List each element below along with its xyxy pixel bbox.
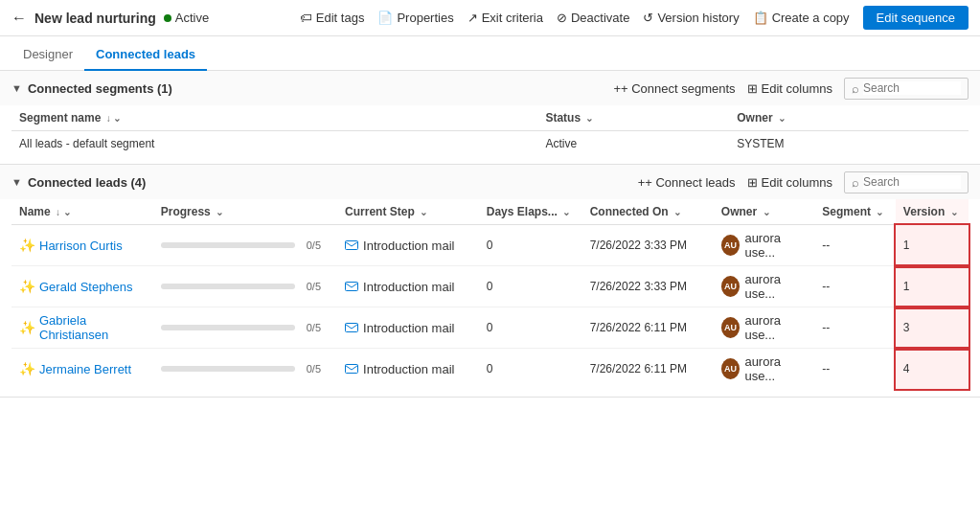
create-copy-action[interactable]: 📋 Create a copy (753, 11, 850, 25)
segments-collapse-toggle[interactable]: ▼ Connected segments (1) (11, 81, 172, 96)
leads-table-container: Name ↓ ⌄ Progress ⌄ Current Step ⌄ Days … (0, 199, 980, 397)
current-step-text: Introduction mail (363, 321, 454, 335)
leads-section-title: Connected leads (4) (28, 175, 147, 190)
deactivate-action[interactable]: ⊘ Deactivate (557, 11, 629, 25)
tab-connected-leads[interactable]: Connected leads (84, 39, 207, 71)
copy-icon: 📋 (753, 11, 768, 25)
segment-owner-cell: SYSTEM (729, 131, 969, 157)
segments-section-header: ▼ Connected segments (1) + + Connect seg… (0, 71, 980, 105)
leads-header-row: Name ↓ ⌄ Progress ⌄ Current Step ⌄ Days … (11, 199, 969, 225)
current-step-cell: Introduction mail (337, 225, 479, 266)
connected-on-cell: 7/26/2022 3:33 PM (582, 225, 714, 266)
connect-leads-button[interactable]: + + Connect leads (638, 175, 736, 190)
back-button[interactable]: ← (11, 10, 27, 27)
leads-edit-columns-button[interactable]: ⊞ Edit columns (747, 175, 832, 190)
status-sort-icon[interactable]: ⌄ (585, 113, 593, 124)
exit-criteria-action[interactable]: ↗ Exit criteria (467, 11, 543, 25)
leads-table: Name ↓ ⌄ Progress ⌄ Current Step ⌄ Days … (11, 199, 969, 389)
progress-cell: 0/5 (153, 349, 337, 390)
owner-text: aurora use... (744, 354, 807, 383)
col-owner: Owner ⌄ (729, 105, 969, 131)
segment-cell: -- (814, 349, 896, 390)
lead-icon: ✨ (19, 361, 35, 376)
lead-name-text[interactable]: Jermaine Berrett (39, 362, 131, 376)
owner-avatar: AU (721, 358, 741, 379)
segments-search-box[interactable]: ⌕ (844, 78, 969, 100)
current-step-sort-icon[interactable]: ⌄ (420, 207, 427, 217)
owner-avatar: AU (721, 235, 741, 256)
table-row: ✨ Gerald Stephens 0/5 Introduction mail (11, 266, 969, 307)
lead-name-cell: ✨ Harrison Curtis (11, 225, 153, 266)
lead-name-text[interactable]: Gerald Stephens (39, 280, 133, 294)
col-current-step: Current Step ⌄ (337, 199, 479, 225)
page-title: New lead nurturing (34, 11, 156, 26)
progress-sort-icon[interactable]: ⌄ (216, 207, 223, 217)
edit-sequence-button[interactable]: Edit sequence (863, 6, 969, 30)
lead-name-text[interactable]: Gabriela Christiansen (39, 313, 146, 342)
version-cell: 1 (896, 225, 969, 266)
tag-icon: 🏷 (300, 11, 312, 25)
leads-section-actions: + + Connect leads ⊞ Edit columns ⌕ (638, 171, 969, 193)
leads-collapse-toggle[interactable]: ▼ Connected leads (4) (11, 175, 146, 190)
leads-table-head: Name ↓ ⌄ Progress ⌄ Current Step ⌄ Days … (11, 199, 969, 225)
owner-text: aurora use... (744, 272, 807, 301)
lead-name-text[interactable]: Harrison Curtis (39, 239, 123, 253)
segment-name-sort-icon[interactable]: ↓ ⌄ (106, 113, 122, 124)
status-dot (164, 14, 171, 22)
tab-designer[interactable]: Designer (11, 39, 84, 71)
lead-icon: ✨ (19, 320, 35, 335)
leads-owner-sort-icon[interactable]: ⌄ (763, 207, 770, 217)
leads-search-input[interactable] (863, 175, 961, 189)
properties-action[interactable]: 📄 Properties (377, 11, 453, 25)
owner-sort-icon[interactable]: ⌄ (778, 113, 786, 124)
days-elapsed-cell: 0 (479, 307, 582, 349)
connected-on-cell: 7/26/2022 6:11 PM (582, 349, 714, 390)
col-version: Version ⌄ (896, 199, 969, 225)
svg-rect-1 (346, 282, 358, 290)
version-cell: 1 (896, 266, 969, 307)
segments-table-container: Segment name ↓ ⌄ Status ⌄ Owner ⌄ All le… (0, 105, 980, 164)
owner-avatar: AU (721, 317, 741, 338)
owner-cell: AU aurora use... (714, 307, 815, 349)
segments-search-icon: ⌕ (852, 81, 859, 96)
leads-chevron-icon: ▼ (11, 176, 22, 188)
leads-section-header: ▼ Connected leads (4) + + Connect leads … (0, 165, 980, 199)
name-sort-icon[interactable]: ↓ ⌄ (56, 207, 71, 217)
owner-avatar: AU (721, 276, 741, 297)
status-badge: Active (164, 11, 209, 25)
status-label: Active (175, 11, 209, 25)
segments-edit-columns-button[interactable]: ⊞ Edit columns (747, 81, 832, 96)
segments-search-input[interactable] (863, 81, 961, 95)
col-days-elapsed: Days Elaps... ⌄ (479, 199, 582, 225)
owner-cell: AU aurora use... (714, 225, 815, 266)
plus-leads-icon: + (638, 175, 646, 190)
segments-table-body: All leads - default segment Active SYSTE… (11, 131, 969, 157)
connected-on-sort-icon[interactable]: ⌄ (673, 207, 681, 217)
segments-section-title: Connected segments (1) (28, 81, 172, 96)
current-step-cell: Introduction mail (337, 307, 479, 349)
version-cell: 3 (896, 307, 969, 349)
table-row: ✨ Jermaine Berrett 0/5 Introduction mail (11, 349, 969, 390)
connected-on-cell: 7/26/2022 3:33 PM (582, 266, 714, 307)
svg-rect-0 (346, 240, 358, 249)
edit-tags-action[interactable]: 🏷 Edit tags (300, 11, 365, 25)
segment-sort-icon[interactable]: ⌄ (876, 207, 883, 217)
segments-table: Segment name ↓ ⌄ Status ⌄ Owner ⌄ All le… (11, 105, 969, 156)
connect-segments-button[interactable]: + + Connect segments (613, 81, 735, 96)
owner-cell: AU aurora use... (714, 349, 815, 390)
days-sort-icon[interactable]: ⌄ (562, 207, 570, 217)
owner-text: aurora use... (744, 313, 807, 342)
exit-icon: ↗ (467, 11, 478, 25)
leads-search-box[interactable]: ⌕ (844, 171, 969, 193)
table-row: All leads - default segment Active SYSTE… (11, 131, 969, 157)
version-sort-icon[interactable]: ⌄ (950, 207, 958, 217)
current-step-cell: Introduction mail (337, 266, 479, 307)
table-row: ✨ Harrison Curtis 0/5 Introduction mail (11, 225, 969, 266)
table-row: ✨ Gabriela Christiansen 0/5 Introduction… (11, 307, 969, 349)
lead-name-cell: ✨ Gabriela Christiansen (11, 307, 153, 349)
segment-cell: -- (814, 266, 896, 307)
version-history-action[interactable]: ↺ Version history (643, 11, 739, 25)
days-elapsed-cell: 0 (479, 225, 582, 266)
columns-icon: ⊞ (747, 81, 758, 96)
current-step-cell: Introduction mail (337, 349, 479, 390)
